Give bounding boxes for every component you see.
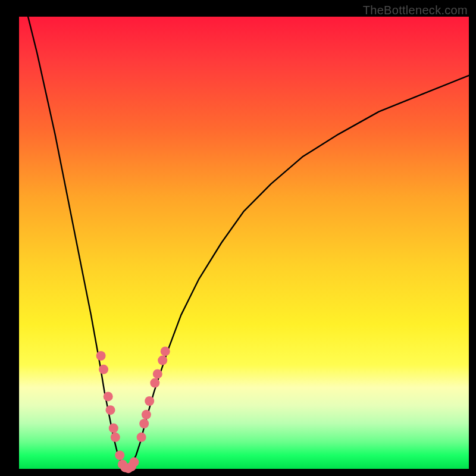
marker-point [106, 405, 115, 415]
curve-layer [0, 0, 476, 476]
marker-point [111, 433, 120, 442]
marker-point [139, 419, 149, 428]
marker-point [104, 392, 113, 401]
marker-point [115, 450, 124, 460]
marker-point [96, 351, 106, 361]
curve-left-curve [28, 17, 127, 469]
marker-point [161, 346, 170, 356]
marker-point [99, 365, 108, 374]
chart-frame: TheBottleneck.com [0, 0, 476, 476]
marker-point [137, 433, 146, 442]
marker-point [158, 356, 167, 365]
marker-point [130, 458, 139, 467]
marker-point [145, 396, 154, 406]
watermark-text: TheBottleneck.com [363, 4, 468, 17]
curve-right-curve [127, 76, 469, 469]
marker-point [142, 410, 151, 419]
marker-point [153, 369, 162, 378]
marker-point [109, 424, 118, 433]
marker-point [150, 378, 159, 388]
